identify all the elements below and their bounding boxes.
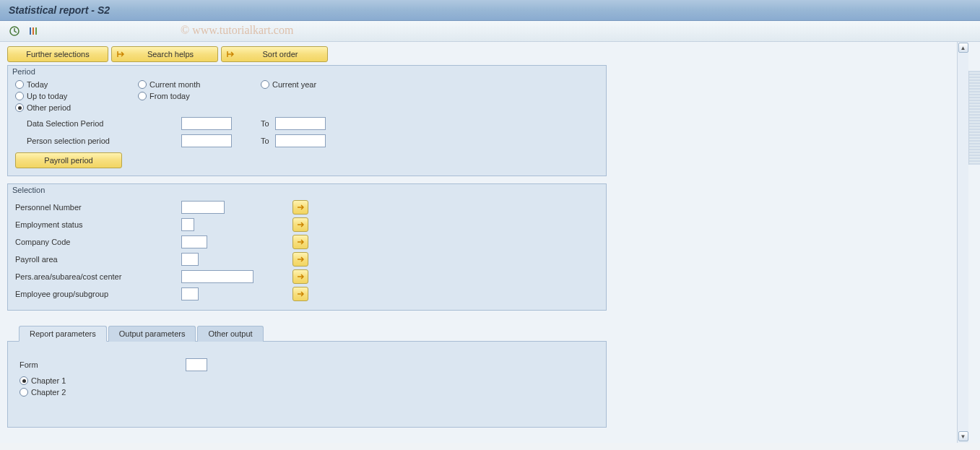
svg-rect-2 — [32, 27, 34, 35]
person-selection-from-input[interactable] — [181, 134, 232, 147]
radio-other-period[interactable]: Other period — [15, 103, 138, 112]
multiple-selection-button[interactable] — [292, 269, 308, 284]
report-parameters-panel: Form Chapter 1 Chapter 2 — [7, 341, 607, 428]
tab-row: Report parameters Output parameters Othe… — [7, 325, 607, 341]
to-label: To — [232, 119, 275, 128]
multiple-selection-button[interactable] — [292, 200, 308, 215]
button-label: Sort order — [236, 50, 324, 59]
radio-today[interactable]: Today — [15, 80, 138, 89]
svg-rect-1 — [30, 27, 31, 35]
radio-icon — [15, 80, 24, 89]
radio-label: Other period — [27, 103, 71, 112]
button-label: Payroll period — [44, 156, 92, 165]
payroll-period-button[interactable]: Payroll period — [15, 152, 122, 168]
multiple-selection-button[interactable] — [292, 235, 308, 249]
field-label: Employment status — [15, 220, 181, 229]
tab-other-output[interactable]: Other output — [197, 326, 263, 342]
group-title: Selection — [8, 184, 606, 196]
sort-order-button[interactable]: Sort order — [221, 46, 328, 62]
vertical-scrollbar[interactable]: ▲ ▼ — [957, 42, 968, 443]
radio-chapter-2[interactable]: Chapter 2 — [19, 388, 594, 397]
data-selection-to-input[interactable] — [275, 117, 326, 130]
field-label: Person selection period — [15, 137, 181, 145]
radio-label: Chapter 1 — [31, 376, 66, 385]
employment-status-input[interactable] — [181, 218, 194, 231]
data-selection-period-row: Data Selection Period To — [15, 115, 599, 132]
radio-current-year[interactable]: Current year — [261, 80, 383, 89]
tab-report-parameters[interactable]: Report parameters — [19, 326, 107, 342]
field-label: Employee group/subgroup — [15, 290, 181, 298]
content-area: Further selections Search helps Sort ord… — [0, 42, 980, 443]
radio-label: Today — [27, 80, 48, 89]
radio-icon — [15, 92, 24, 100]
personnel-number-input[interactable] — [181, 201, 225, 214]
radio-icon — [261, 80, 269, 89]
radio-chapter-1[interactable]: Chapter 1 — [19, 376, 594, 385]
pers-area-input[interactable] — [181, 270, 253, 283]
radio-up-to-today[interactable]: Up to today — [15, 92, 138, 100]
selection-group: Selection Personnel Number Employment st… — [7, 183, 607, 311]
arrow-right-icon — [225, 51, 236, 58]
multiple-selection-button[interactable] — [292, 287, 308, 301]
main-panel: Further selections Search helps Sort ord… — [0, 42, 957, 443]
form-row: Form — [19, 356, 594, 373]
triangle-up-icon: ▲ — [961, 45, 966, 51]
tab-output-parameters[interactable]: Output parameters — [108, 326, 196, 342]
scroll-up-button[interactable]: ▲ — [958, 43, 968, 53]
to-label: To — [232, 137, 275, 145]
radio-icon — [19, 388, 28, 397]
field-label: Company Code — [15, 238, 181, 246]
field-label: Payroll area — [15, 255, 181, 264]
radio-icon — [15, 103, 24, 112]
button-label: Further selections — [11, 50, 105, 59]
payroll-area-row: Payroll area — [15, 251, 599, 268]
radio-label: Current year — [272, 80, 316, 89]
radio-label: Chapter 2 — [31, 388, 66, 397]
employee-group-input[interactable] — [181, 287, 199, 300]
person-selection-period-row: Person selection period To — [15, 132, 599, 150]
title-bar: Statistical report - S2 — [0, 0, 980, 21]
period-group: Period Today Current month Current year — [7, 65, 607, 176]
form-input[interactable] — [186, 358, 207, 371]
page-title: Statistical report - S2 — [9, 4, 110, 16]
triangle-down-icon: ▼ — [961, 433, 966, 440]
multiple-selection-button[interactable] — [292, 252, 308, 267]
further-selections-button[interactable]: Further selections — [7, 46, 108, 62]
radio-label: Current month — [149, 80, 200, 89]
execute-icon[interactable] — [9, 25, 20, 37]
radio-icon — [138, 92, 147, 100]
company-code-row: Company Code — [15, 233, 599, 251]
selection-buttons-row: Further selections Search helps Sort ord… — [7, 46, 950, 62]
tab-label: Report parameters — [30, 329, 96, 338]
arrow-right-icon — [115, 51, 126, 58]
radio-icon — [19, 376, 28, 385]
payroll-area-input[interactable] — [181, 253, 199, 266]
search-helps-button[interactable]: Search helps — [111, 46, 218, 62]
radio-label: Up to today — [27, 92, 67, 100]
pers-area-row: Pers.area/subarea/cost center — [15, 268, 599, 285]
watermark-text: © www.tutorialkart.com — [181, 24, 293, 37]
field-label: Data Selection Period — [15, 119, 181, 128]
variant-icon[interactable] — [27, 25, 39, 37]
field-label: Form — [19, 360, 186, 369]
radio-label: From today — [149, 92, 190, 100]
personnel-number-row: Personnel Number — [15, 199, 599, 216]
group-title: Period — [8, 66, 606, 77]
company-code-input[interactable] — [181, 235, 207, 248]
tab-label: Output parameters — [119, 329, 186, 338]
person-selection-to-input[interactable] — [275, 134, 326, 147]
radio-icon — [138, 80, 147, 89]
field-label: Personnel Number — [15, 203, 181, 212]
data-selection-from-input[interactable] — [181, 117, 232, 130]
field-label: Pers.area/subarea/cost center — [15, 272, 181, 281]
radio-current-month[interactable]: Current month — [138, 80, 261, 89]
right-gutter — [968, 42, 980, 443]
button-label: Search helps — [126, 50, 214, 59]
radio-from-today[interactable]: From today — [138, 92, 261, 100]
svg-rect-3 — [35, 27, 37, 35]
multiple-selection-button[interactable] — [292, 217, 308, 232]
scroll-down-button[interactable]: ▼ — [958, 431, 968, 441]
employment-status-row: Employment status — [15, 216, 599, 233]
application-toolbar: © www.tutorialkart.com — [0, 21, 980, 42]
side-grip-handle[interactable] — [968, 71, 980, 165]
